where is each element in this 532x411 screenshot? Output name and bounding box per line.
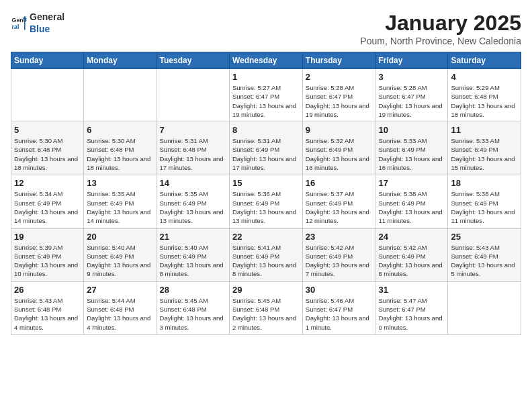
weekday-header: Saturday	[448, 52, 521, 69]
location-title: Poum, North Province, New Caledonia	[360, 36, 521, 46]
day-number: 13	[87, 178, 153, 188]
calendar-cell: 5Sunrise: 5:30 AMSunset: 6:48 PMDaylight…	[11, 122, 84, 175]
calendar-cell: 31Sunrise: 5:47 AMSunset: 6:47 PMDayligh…	[375, 281, 448, 334]
day-number: 22	[232, 232, 300, 242]
day-info: Sunrise: 5:38 AMSunset: 6:49 PMDaylight:…	[378, 189, 445, 225]
day-info: Sunrise: 5:40 AMSunset: 6:49 PMDaylight:…	[87, 243, 153, 279]
logo-icon: Gene ral	[11, 15, 27, 31]
calendar-cell: 25Sunrise: 5:43 AMSunset: 6:49 PMDayligh…	[448, 228, 521, 281]
weekday-header: Tuesday	[157, 52, 229, 69]
title-block: January 2025 Poum, North Province, New C…	[360, 11, 521, 46]
logo-blue: Blue	[30, 24, 50, 34]
day-number: 28	[160, 285, 226, 295]
day-number: 14	[160, 178, 226, 188]
day-number: 25	[451, 232, 518, 242]
calendar-cell	[157, 69, 229, 122]
day-info: Sunrise: 5:43 AMSunset: 6:49 PMDaylight:…	[451, 243, 518, 279]
calendar-cell: 8Sunrise: 5:31 AMSunset: 6:49 PMDaylight…	[229, 122, 302, 175]
calendar-cell: 7Sunrise: 5:31 AMSunset: 6:48 PMDaylight…	[157, 122, 229, 175]
calendar-cell: 26Sunrise: 5:43 AMSunset: 6:48 PMDayligh…	[11, 281, 84, 334]
calendar-cell	[84, 69, 157, 122]
calendar-week-row: 19Sunrise: 5:39 AMSunset: 6:49 PMDayligh…	[11, 228, 521, 281]
calendar-cell: 21Sunrise: 5:40 AMSunset: 6:49 PMDayligh…	[157, 228, 229, 281]
day-number: 29	[232, 285, 300, 295]
day-number: 31	[378, 285, 445, 295]
day-info: Sunrise: 5:33 AMSunset: 6:49 PMDaylight:…	[378, 136, 445, 172]
day-number: 2	[306, 72, 373, 82]
day-info: Sunrise: 5:46 AMSunset: 6:47 PMDaylight:…	[306, 296, 373, 332]
day-number: 5	[14, 125, 81, 135]
day-info: Sunrise: 5:35 AMSunset: 6:49 PMDaylight:…	[87, 189, 153, 225]
calendar-week-row: 1Sunrise: 5:27 AMSunset: 6:47 PMDaylight…	[11, 69, 521, 122]
day-number: 8	[232, 125, 300, 135]
calendar-cell: 4Sunrise: 5:29 AMSunset: 6:48 PMDaylight…	[448, 69, 521, 122]
weekday-header: Thursday	[302, 52, 375, 69]
day-info: Sunrise: 5:38 AMSunset: 6:49 PMDaylight:…	[451, 189, 518, 225]
calendar-cell: 3Sunrise: 5:28 AMSunset: 6:47 PMDaylight…	[375, 69, 448, 122]
logo: Gene ral General Blue	[11, 11, 64, 35]
day-info: Sunrise: 5:45 AMSunset: 6:48 PMDaylight:…	[160, 296, 226, 332]
calendar-table: SundayMondayTuesdayWednesdayThursdayFrid…	[11, 52, 521, 335]
day-info: Sunrise: 5:28 AMSunset: 6:47 PMDaylight:…	[378, 83, 445, 119]
day-info: Sunrise: 5:42 AMSunset: 6:49 PMDaylight:…	[306, 243, 373, 279]
day-info: Sunrise: 5:32 AMSunset: 6:49 PMDaylight:…	[306, 136, 373, 172]
day-number: 20	[87, 232, 153, 242]
month-title: January 2025	[360, 11, 521, 36]
day-info: Sunrise: 5:29 AMSunset: 6:48 PMDaylight:…	[451, 83, 518, 119]
day-number: 23	[306, 232, 373, 242]
calendar-cell: 10Sunrise: 5:33 AMSunset: 6:49 PMDayligh…	[375, 122, 448, 175]
day-number: 6	[87, 125, 153, 135]
day-number: 19	[14, 232, 81, 242]
day-info: Sunrise: 5:40 AMSunset: 6:49 PMDaylight:…	[160, 243, 226, 279]
day-info: Sunrise: 5:30 AMSunset: 6:48 PMDaylight:…	[14, 136, 81, 172]
calendar-week-row: 12Sunrise: 5:34 AMSunset: 6:49 PMDayligh…	[11, 175, 521, 228]
day-info: Sunrise: 5:34 AMSunset: 6:49 PMDaylight:…	[14, 189, 81, 225]
calendar-cell: 14Sunrise: 5:35 AMSunset: 6:49 PMDayligh…	[157, 175, 229, 228]
day-number: 27	[87, 285, 153, 295]
day-number: 17	[378, 178, 445, 188]
svg-text:ral: ral	[12, 24, 19, 30]
day-number: 9	[306, 125, 373, 135]
calendar-cell: 9Sunrise: 5:32 AMSunset: 6:49 PMDaylight…	[302, 122, 375, 175]
day-info: Sunrise: 5:31 AMSunset: 6:48 PMDaylight:…	[160, 136, 226, 172]
day-number: 15	[232, 178, 300, 188]
calendar-cell: 19Sunrise: 5:39 AMSunset: 6:49 PMDayligh…	[11, 228, 84, 281]
day-info: Sunrise: 5:30 AMSunset: 6:48 PMDaylight:…	[87, 136, 153, 172]
day-info: Sunrise: 5:44 AMSunset: 6:48 PMDaylight:…	[87, 296, 153, 332]
calendar-cell: 27Sunrise: 5:44 AMSunset: 6:48 PMDayligh…	[84, 281, 157, 334]
calendar-cell: 2Sunrise: 5:28 AMSunset: 6:47 PMDaylight…	[302, 69, 375, 122]
calendar-week-row: 5Sunrise: 5:30 AMSunset: 6:48 PMDaylight…	[11, 122, 521, 175]
day-info: Sunrise: 5:27 AMSunset: 6:47 PMDaylight:…	[232, 83, 300, 119]
calendar-cell: 15Sunrise: 5:36 AMSunset: 6:49 PMDayligh…	[229, 175, 302, 228]
calendar-cell: 28Sunrise: 5:45 AMSunset: 6:48 PMDayligh…	[157, 281, 229, 334]
calendar-cell: 22Sunrise: 5:41 AMSunset: 6:49 PMDayligh…	[229, 228, 302, 281]
calendar-cell	[448, 281, 521, 334]
calendar-cell: 29Sunrise: 5:45 AMSunset: 6:48 PMDayligh…	[229, 281, 302, 334]
day-number: 11	[451, 125, 518, 135]
day-number: 7	[160, 125, 226, 135]
day-info: Sunrise: 5:37 AMSunset: 6:49 PMDaylight:…	[306, 189, 373, 225]
logo-general: General	[30, 11, 64, 22]
calendar-cell: 12Sunrise: 5:34 AMSunset: 6:49 PMDayligh…	[11, 175, 84, 228]
day-number: 12	[14, 178, 81, 188]
day-number: 10	[378, 125, 445, 135]
weekday-header: Wednesday	[229, 52, 302, 69]
day-number: 4	[451, 72, 518, 82]
page-header: Gene ral General Blue January 2025 Poum,…	[11, 11, 521, 46]
day-info: Sunrise: 5:47 AMSunset: 6:47 PMDaylight:…	[378, 296, 445, 332]
calendar-cell: 16Sunrise: 5:37 AMSunset: 6:49 PMDayligh…	[302, 175, 375, 228]
day-number: 24	[378, 232, 445, 242]
day-info: Sunrise: 5:28 AMSunset: 6:47 PMDaylight:…	[306, 83, 373, 119]
calendar-cell: 18Sunrise: 5:38 AMSunset: 6:49 PMDayligh…	[448, 175, 521, 228]
calendar-cell: 20Sunrise: 5:40 AMSunset: 6:49 PMDayligh…	[84, 228, 157, 281]
calendar-cell: 23Sunrise: 5:42 AMSunset: 6:49 PMDayligh…	[302, 228, 375, 281]
calendar-cell: 24Sunrise: 5:42 AMSunset: 6:49 PMDayligh…	[375, 228, 448, 281]
day-info: Sunrise: 5:35 AMSunset: 6:49 PMDaylight:…	[160, 189, 226, 225]
day-info: Sunrise: 5:31 AMSunset: 6:49 PMDaylight:…	[232, 136, 300, 172]
weekday-header-row: SundayMondayTuesdayWednesdayThursdayFrid…	[11, 52, 521, 69]
weekday-header: Sunday	[11, 52, 84, 69]
day-info: Sunrise: 5:45 AMSunset: 6:48 PMDaylight:…	[232, 296, 300, 332]
calendar-cell	[11, 69, 84, 122]
day-info: Sunrise: 5:42 AMSunset: 6:49 PMDaylight:…	[378, 243, 445, 279]
day-number: 18	[451, 178, 518, 188]
